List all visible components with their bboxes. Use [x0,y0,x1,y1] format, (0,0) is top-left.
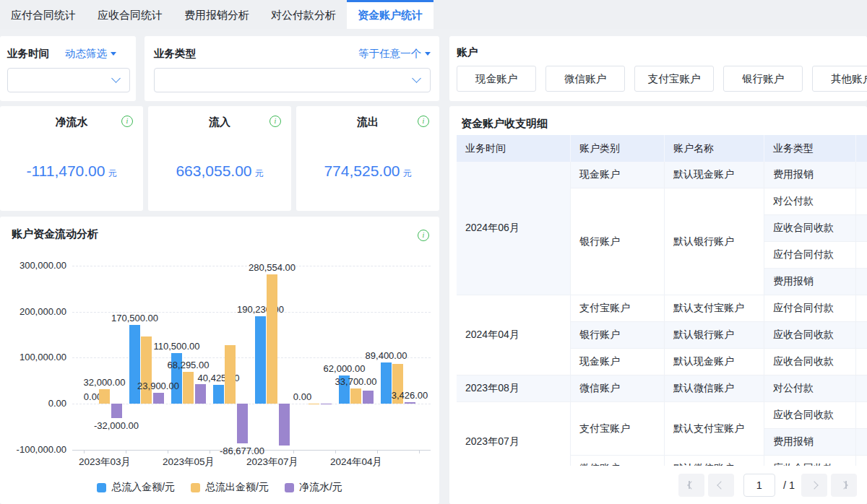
account-button-3[interactable]: 支付宝账户 [634,66,714,92]
legend-swatch-icon [97,483,106,492]
account-button-4[interactable]: 银行账户 [723,66,803,92]
legend-swatch-icon [191,483,200,492]
table-cell [856,322,867,349]
report-tabbar: 应付合同统计应收合同统计费用报销分析对公付款分析资金账户统计 [0,0,867,29]
table-cell: 应收合同收款 [764,349,856,375]
legend-item[interactable]: 净流水/元 [285,481,342,494]
bar-value-label: 3,426.00 [362,390,457,401]
chart-title: 账户资金流动分析 [0,217,439,241]
bar-value-label: -32,000.00 [69,420,164,431]
table-cell: 微信账户 [571,375,665,402]
business-time-select[interactable] [7,68,130,92]
table-cell [856,188,867,215]
fund-flow-bar-chart: 300,000.00200,000.00100,000.000.00-100,0… [0,248,439,504]
stat-card-value: 663,055.00元 [148,162,291,180]
accounts-title: 账户 [457,43,867,61]
match-any-link[interactable]: 等于任意一个 [358,47,431,61]
x-axis-label: 2024年04月 [316,456,396,469]
bar-总流出金额/元[interactable] [99,389,110,404]
bar-value-label: 62,000.00 [297,363,392,374]
bar-总流出金额/元[interactable] [309,404,319,404]
bar-总流入金额/元[interactable] [213,385,224,404]
prev-page-button[interactable] [708,474,734,497]
table-cell [856,375,867,402]
x-axis-label: 2023年05月 [149,456,228,469]
stat-card-2: 流入i663,055.00元 [148,106,291,211]
y-axis-tick-label: -100,000.00 [0,444,66,455]
bar-净流水/元[interactable] [405,402,415,404]
x-axis-tick [293,450,294,453]
table-cell: 现金账户 [571,162,665,188]
current-page[interactable]: 1 [743,474,775,497]
account-button-5[interactable]: 其他账户 [812,66,867,92]
bar-value-label: 68,295.00 [141,360,236,370]
y-axis-tick-label: 100,000.00 [0,352,66,362]
table-cell: 应收合同收款 [764,402,856,429]
bar-总流出金额/元[interactable] [350,388,361,404]
table-row[interactable]: 2024年06月现金账户默认现金账户费用报销 [457,162,867,188]
tab-2[interactable]: 应收合同统计 [87,0,173,29]
table-cell: 2024年06月 [457,162,571,295]
dynamic-filter-link[interactable]: 动态筛选 [65,47,116,61]
table-cell: 应收合同收款 [764,215,856,242]
table-cell: 默认支付宝账户 [665,402,764,456]
chevron-down-icon [111,74,121,83]
table-cell: 默认现金账户 [665,162,764,188]
next-page-button[interactable] [801,474,827,497]
bar-净流水/元[interactable] [153,393,164,404]
x-axis-label: 2023年03月 [65,456,144,469]
last-page-button[interactable] [831,474,857,497]
info-icon[interactable]: i [121,116,133,127]
gridline [72,404,431,404]
table-cell [856,269,867,295]
legend-item[interactable]: 总流入金额/元 [97,481,175,494]
info-icon[interactable]: i [418,230,429,241]
bar-净流水/元[interactable] [111,404,122,418]
info-icon[interactable]: i [269,116,281,127]
bar-净流水/元[interactable] [237,404,248,443]
table-cell: 对公付款 [764,188,856,215]
bar-value-label: -86,677.00 [194,446,290,456]
table-cell: 应收合同收款 [764,322,856,349]
account-button-2[interactable]: 微信账户 [545,66,625,92]
y-axis-tick-label: 300,000.00 [0,260,66,271]
legend-item[interactable]: 总流出金额/元 [191,481,269,494]
business-type-filter-panel: 业务类型 等于任意一个 [144,36,439,101]
table-cell: 对公付款 [764,375,856,402]
table-cell: 应付合同付款 [764,295,856,322]
table-row[interactable]: 2023年08月微信账户默认微信账户对公付款 [457,375,867,402]
bar-总流入金额/元[interactable] [129,325,140,404]
stat-card-value: -111,470.00元 [0,162,143,180]
table-cell [856,295,867,322]
bar-净流水/元[interactable] [195,384,206,404]
stat-card-unit: 元 [255,168,264,178]
table-cell: 默认微信账户 [665,375,764,402]
bar-总流入金额/元[interactable] [255,316,266,404]
tab-4[interactable]: 对公付款分析 [260,0,347,29]
stat-card-3: 流出i774,525.00元 [296,106,439,211]
chevron-left-icon [717,481,725,489]
first-page-button[interactable] [678,474,704,497]
x-axis-tick [419,450,420,453]
chevron-right-icon [810,481,818,489]
table-row[interactable]: 2023年07月支付宝账户默认支付宝账户应收合同收款 [457,402,867,429]
tab-3[interactable]: 费用报销分析 [173,0,260,29]
table-row[interactable]: 2024年04月支付宝账户默认支付宝账户应付合同付款 [457,295,867,322]
table-cell: 默认现金账户 [665,349,764,375]
info-icon[interactable]: i [418,116,429,127]
column-header: 账户名称 [665,135,764,162]
legend-swatch-icon [285,483,294,492]
bar-净流水/元[interactable] [321,404,332,404]
bar-总流出金额/元[interactable] [267,274,277,404]
business-type-label: 业务类型 [154,47,196,61]
account-button-1[interactable]: 现金账户 [457,66,536,92]
business-type-select[interactable] [154,68,431,92]
table-cell [856,429,867,456]
tab-1[interactable]: 应付合同统计 [0,0,87,29]
caret-down-icon [425,52,431,56]
table-cell: 银行账户 [571,188,665,295]
bar-总流出金额/元[interactable] [225,345,236,404]
bar-净流水/元[interactable] [279,404,290,446]
tab-5[interactable]: 资金账户统计 [347,0,434,29]
legend-label: 总流入金额/元 [111,481,175,494]
